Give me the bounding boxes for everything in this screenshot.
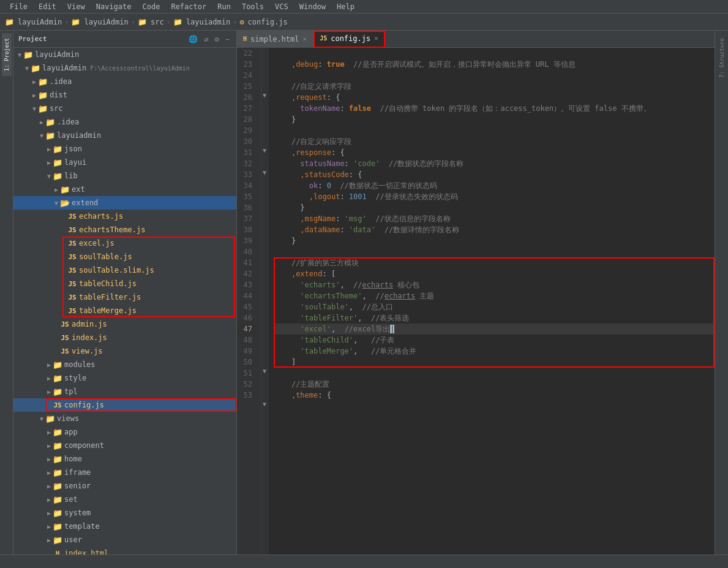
menu-help[interactable]: Help: [332, 1, 359, 12]
tree-item-layuiadmin-root[interactable]: ▼ 📁 layuiAdmin: [13, 48, 236, 61]
tree-item-set[interactable]: ▶ 📁 set: [13, 493, 236, 506]
tree-item-soultable[interactable]: JS soulTable.js: [13, 250, 236, 263]
tree-item-tablechild[interactable]: JS tableChild.js: [13, 277, 236, 290]
tree-item-src-idea[interactable]: ▶ 📁 .idea: [13, 115, 236, 129]
sidebar-btn-gear[interactable]: ⚙: [213, 34, 221, 44]
folder-icon: 📁: [45, 414, 55, 423]
folder-icon: 📁: [23, 50, 33, 59]
code-red-section: //扩展的第三方模块 ,extend: [ 'echarts', //echar…: [274, 257, 715, 368]
menu-window[interactable]: Window: [295, 1, 331, 12]
line-num-27: 27: [237, 103, 256, 114]
expand-arrow: ▶: [45, 469, 53, 476]
code-line-48: 'tableChild', //子表: [274, 335, 715, 346]
tree-item-user[interactable]: ▶ 📁 user: [13, 533, 236, 547]
breadcrumb-item-2[interactable]: layuiAdmin: [84, 18, 128, 26]
tab-close-config[interactable]: ✕: [374, 34, 378, 42]
tab-close-simple[interactable]: ✕: [303, 35, 307, 43]
tree-item-tablefilter[interactable]: JS tableFilter.js: [13, 290, 236, 304]
tree-label: senior: [64, 482, 91, 490]
tree-item-idea[interactable]: ▶ 📁 .idea: [13, 75, 236, 88]
sidebar-btn-minus[interactable]: −: [223, 34, 231, 44]
js-file-icon: JS: [60, 333, 70, 343]
breadcrumb-item-1[interactable]: layuiAdmin: [18, 18, 62, 26]
tree-item-admin[interactable]: JS admin.js: [13, 317, 236, 331]
code-line-46: 'tableFilter', //表头筛选: [274, 312, 715, 324]
tree-item-view-js[interactable]: JS view.js: [13, 344, 236, 358]
tree-item-index-js[interactable]: JS index.js: [13, 331, 236, 344]
line-num-50: 50: [237, 357, 256, 368]
tree-item-views[interactable]: ▼ 📁 views: [13, 412, 236, 425]
folder-icon: 📁: [53, 427, 62, 437]
menu-view[interactable]: View: [62, 1, 90, 12]
tree-item-ext[interactable]: ▶ 📁 ext: [13, 183, 236, 196]
tree-item-tpl[interactable]: ▶ 📁 tpl: [13, 385, 236, 398]
expand-arrow: ▼: [31, 105, 38, 112]
folder-icon: 📁: [53, 521, 62, 531]
code-content[interactable]: 22 23 24 25 26 27 28 29 30 31 32 33 34 3…: [237, 48, 715, 555]
expand-arrow: ▶: [45, 429, 53, 436]
tree-item-src[interactable]: ▼ 📁 src: [13, 102, 236, 115]
line-num-52: 52: [237, 379, 256, 390]
sidebar-btn-arrows[interactable]: ⇄: [202, 34, 210, 44]
tree-item-app[interactable]: ▶ 📁 app: [13, 425, 236, 439]
tree-item-json[interactable]: ▶ 📁 json: [13, 142, 236, 156]
tree-item-echarts[interactable]: JS echarts.js: [13, 210, 236, 223]
code-line-39: }: [274, 235, 715, 246]
menu-refactor[interactable]: Refactor: [166, 1, 211, 12]
menu-navigate[interactable]: Navigate: [91, 1, 137, 12]
code-line-38: ,dataName: 'data' //数据详情的字段名称: [274, 224, 715, 235]
tab-config-js[interactable]: JS config.js ✕: [313, 31, 385, 48]
code-editor[interactable]: 22 23 24 25 26 27 28 29 30 31 32 33 34 3…: [237, 48, 715, 555]
menu-tools[interactable]: Tools: [237, 1, 269, 12]
structure-label[interactable]: 7: Structure: [717, 33, 727, 83]
tree-item-index-html[interactable]: H index.html: [13, 547, 236, 555]
code-line-37: ,msgName: 'msg' //状态信息的字段名称: [274, 213, 715, 224]
tree-item-config-js[interactable]: JS config.js: [13, 398, 236, 412]
tree-item-lib[interactable]: ▼ 📁 lib: [13, 169, 236, 183]
js-file-icon: JS: [60, 346, 70, 356]
tree-item-echartstheme[interactable]: JS echartsTheme.js: [13, 223, 236, 237]
sidebar-btn-globe[interactable]: 🌐: [187, 34, 200, 44]
breadcrumb-icon-4: 📁: [173, 18, 182, 26]
code-line-26: ,request: {: [274, 92, 715, 103]
tree-item-tablemerge[interactable]: JS tableMerge.js: [13, 304, 236, 317]
tree-item-modules[interactable]: ▶ 📁 modules: [13, 358, 236, 371]
tree-item-layuiadmin-sub[interactable]: ▼ 📁 layuiAdmin F:\Accesscontrol\layuiAdm…: [13, 61, 236, 75]
line-num-25: 25: [237, 81, 256, 92]
line-num-39: 39: [237, 235, 256, 246]
expand-arrow: ▶: [45, 456, 53, 463]
line-num-33: 33: [237, 169, 256, 180]
tree-item-iframe[interactable]: ▶ 📁 iframe: [13, 466, 236, 479]
tree-item-template[interactable]: ▶ 📁 template: [13, 520, 236, 533]
code-lines[interactable]: ,debug: true //是否开启调试模式。如开启，接口异常时会抛出异常 U…: [269, 48, 715, 555]
tree-item-style[interactable]: ▶ 📁 style: [13, 371, 236, 385]
menu-file[interactable]: File: [5, 1, 32, 12]
tree-item-extend[interactable]: ▼ 📂 extend: [13, 196, 236, 210]
folder-icon: 📁: [60, 184, 70, 194]
tab-simple-html[interactable]: H simple.html ✕: [237, 31, 313, 48]
breadcrumb-item-3[interactable]: src: [151, 18, 164, 26]
sidebar-content[interactable]: ▼ 📁 layuiAdmin ▼ 📁 layuiAdmin F:\Accessc…: [13, 48, 236, 555]
tree-item-dist[interactable]: ▶ 📁 dist: [13, 88, 236, 102]
tree-label: extend: [72, 199, 98, 207]
folder-icon: 📁: [53, 535, 62, 545]
breadcrumb-item-4[interactable]: layuiadmin: [186, 18, 230, 26]
menu-edit[interactable]: Edit: [34, 1, 61, 12]
tree-label: views: [57, 414, 79, 423]
menu-code[interactable]: Code: [138, 1, 165, 12]
expand-arrow: ▼: [23, 65, 31, 72]
tree-item-home[interactable]: ▶ 📁 home: [13, 452, 236, 466]
breadcrumb-icon-3: 📁: [138, 18, 147, 26]
expand-arrow: ▶: [45, 146, 53, 153]
menu-vcs[interactable]: VCS: [270, 1, 293, 12]
tree-item-senior[interactable]: ▶ 📁 senior: [13, 479, 236, 493]
tree-item-system[interactable]: ▶ 📁 system: [13, 506, 236, 520]
tree-item-layui[interactable]: ▶ 📁 layui: [13, 156, 236, 169]
left-tab-project[interactable]: 1: Project: [2, 33, 12, 76]
menu-run[interactable]: Run: [212, 1, 236, 12]
tree-item-layuiadmin[interactable]: ▼ 📁 layuiadmin: [13, 129, 236, 142]
tree-item-excel[interactable]: JS excel.js: [13, 237, 236, 250]
tree-item-soultableslim[interactable]: JS soulTable.slim.js: [13, 263, 236, 277]
breadcrumb-item-5[interactable]: config.js: [248, 18, 288, 26]
tree-item-component[interactable]: ▶ 📁 component: [13, 439, 236, 452]
